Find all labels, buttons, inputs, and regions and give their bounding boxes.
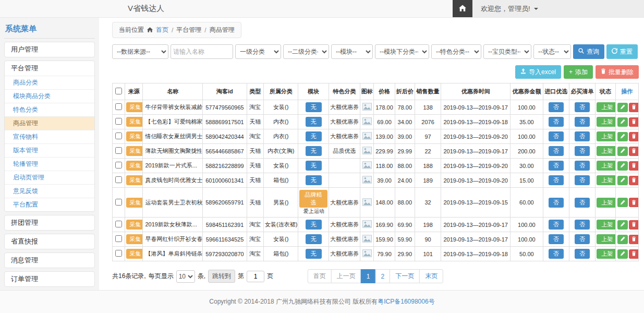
import-toggle-button[interactable]: 否 bbox=[549, 249, 564, 259]
import-toggle-button[interactable]: 否 bbox=[549, 146, 564, 156]
sidebar-item[interactable]: 省直快报 bbox=[5, 234, 94, 249]
status-button[interactable]: 上架 bbox=[597, 234, 615, 244]
delete-button[interactable] bbox=[629, 176, 639, 185]
must-buy-toggle-button[interactable]: 否 bbox=[575, 102, 590, 112]
user-menu[interactable]: 欢迎您，管理员! bbox=[472, 0, 546, 17]
sidebar-submenu-item[interactable]: 模块商品分类 bbox=[5, 89, 94, 103]
reset-button[interactable]: 重置 bbox=[606, 44, 638, 59]
name-search-input[interactable] bbox=[171, 44, 233, 59]
row-checkbox[interactable] bbox=[115, 235, 122, 242]
must-buy-toggle-button[interactable]: 否 bbox=[575, 220, 590, 230]
status-button[interactable]: 上架 bbox=[597, 161, 615, 171]
row-checkbox[interactable] bbox=[115, 162, 122, 168]
sidebar-item[interactable]: 消息管理 bbox=[5, 253, 94, 268]
edit-button[interactable] bbox=[617, 161, 628, 171]
status-button[interactable]: 上架 bbox=[597, 146, 615, 156]
page-number-button[interactable]: 1 bbox=[361, 269, 376, 283]
row-checkbox[interactable] bbox=[115, 221, 122, 227]
row-checkbox[interactable] bbox=[115, 103, 122, 110]
edit-button[interactable] bbox=[617, 147, 628, 156]
delete-button[interactable] bbox=[629, 161, 639, 171]
sidebar-submenu-item[interactable]: 平台配置 bbox=[5, 198, 94, 211]
data-source-select[interactable]: --数据来源-- bbox=[112, 44, 168, 59]
module-select[interactable]: --模块-- bbox=[331, 44, 373, 59]
last-page-button[interactable]: 末页 bbox=[419, 269, 443, 283]
must-buy-toggle-button[interactable]: 否 bbox=[575, 175, 590, 185]
edit-button[interactable] bbox=[617, 176, 628, 185]
breadcrumb-home-link[interactable]: 首页 bbox=[156, 26, 168, 34]
delete-button[interactable] bbox=[629, 220, 639, 230]
row-checkbox[interactable] bbox=[115, 250, 122, 257]
per-page-select[interactable]: 10 bbox=[176, 270, 195, 283]
feature-category-select[interactable]: --特色分类-- bbox=[431, 44, 481, 59]
import-toggle-button[interactable]: 否 bbox=[549, 102, 564, 112]
must-buy-toggle-button[interactable]: 否 bbox=[575, 161, 590, 171]
sidebar-submenu-item[interactable]: 商品分类 bbox=[5, 76, 94, 89]
status-button[interactable]: 上架 bbox=[597, 102, 615, 112]
sidebar-submenu-item[interactable]: 启动页管理 bbox=[5, 171, 94, 184]
sidebar-item[interactable]: 订单管理 bbox=[5, 272, 94, 286]
level2-category-select[interactable]: --二级分类-- bbox=[283, 44, 329, 59]
import-toggle-button[interactable]: 否 bbox=[549, 117, 564, 127]
must-buy-toggle-button[interactable]: 否 bbox=[575, 198, 590, 208]
status-select[interactable]: --状态-- bbox=[533, 44, 571, 59]
prev-page-button[interactable]: 上一页 bbox=[331, 269, 361, 283]
delete-button[interactable] bbox=[629, 147, 639, 156]
status-button[interactable]: 上架 bbox=[597, 220, 615, 230]
must-buy-toggle-button[interactable]: 否 bbox=[575, 249, 590, 259]
jump-button[interactable]: 跳转到 bbox=[208, 270, 235, 283]
sidebar-submenu-item[interactable]: 特色分类 bbox=[5, 103, 94, 116]
level1-category-select[interactable]: 一级分类 bbox=[235, 44, 281, 59]
edit-button[interactable] bbox=[617, 235, 628, 244]
page-number-input[interactable] bbox=[247, 271, 264, 282]
delete-button[interactable] bbox=[629, 132, 639, 141]
import-toggle-button[interactable]: 否 bbox=[549, 220, 564, 230]
import-toggle-button[interactable]: 否 bbox=[549, 175, 564, 185]
must-buy-toggle-button[interactable]: 否 bbox=[575, 117, 590, 127]
sidebar-submenu-item[interactable]: 商品管理 bbox=[5, 116, 94, 130]
add-button[interactable]: + 添加 bbox=[564, 65, 593, 79]
delete-button[interactable] bbox=[629, 235, 639, 244]
first-page-button[interactable]: 首页 bbox=[308, 269, 332, 283]
delete-button[interactable] bbox=[629, 249, 639, 259]
edit-button[interactable] bbox=[617, 220, 628, 230]
sidebar-submenu-item[interactable]: 意见反馈 bbox=[5, 184, 94, 198]
batch-delete-button[interactable]: 批量删除 bbox=[596, 65, 639, 79]
item-type-select[interactable]: --宝贝类型-- bbox=[483, 44, 531, 59]
page-number-button[interactable]: 2 bbox=[375, 269, 391, 283]
import-toggle-button[interactable]: 否 bbox=[549, 161, 564, 171]
next-page-button[interactable]: 下一页 bbox=[390, 269, 420, 283]
sidebar-item-platform-management[interactable]: 平台管理 bbox=[5, 61, 94, 76]
status-button[interactable]: 上架 bbox=[597, 117, 615, 127]
row-checkbox[interactable] bbox=[115, 147, 122, 154]
import-toggle-button[interactable]: 否 bbox=[549, 234, 564, 244]
sidebar-submenu-item[interactable]: 宣传物料 bbox=[5, 130, 94, 143]
row-checkbox[interactable] bbox=[115, 199, 122, 206]
sidebar-submenu-item[interactable]: 轮播管理 bbox=[5, 157, 94, 171]
icp-link[interactable]: 粤ICP备16098006号 bbox=[378, 298, 434, 305]
sidebar-item-user-management[interactable]: 用户管理 bbox=[5, 42, 94, 57]
row-checkbox[interactable] bbox=[115, 133, 122, 139]
sidebar-item[interactable]: 拼团管理 bbox=[5, 215, 94, 230]
status-button[interactable]: 上架 bbox=[597, 175, 615, 185]
select-all-checkbox[interactable] bbox=[115, 88, 122, 94]
status-button[interactable]: 上架 bbox=[597, 249, 615, 259]
edit-button[interactable] bbox=[617, 198, 628, 207]
delete-button[interactable] bbox=[629, 198, 639, 207]
import-excel-button[interactable]: 导入excel bbox=[515, 65, 561, 79]
import-toggle-button[interactable]: 否 bbox=[549, 198, 564, 208]
row-checkbox[interactable] bbox=[115, 118, 122, 125]
edit-button[interactable] bbox=[617, 249, 628, 259]
status-button[interactable]: 上架 bbox=[597, 198, 615, 208]
delete-button[interactable] bbox=[629, 103, 639, 112]
must-buy-toggle-button[interactable]: 否 bbox=[575, 131, 590, 141]
import-toggle-button[interactable]: 否 bbox=[549, 131, 564, 141]
delete-button[interactable] bbox=[629, 117, 639, 127]
must-buy-toggle-button[interactable]: 否 bbox=[575, 234, 590, 244]
row-checkbox[interactable] bbox=[115, 176, 122, 183]
search-button[interactable]: 查询 bbox=[573, 44, 604, 59]
edit-button[interactable] bbox=[617, 117, 628, 127]
module-subcategory-select[interactable]: --模块下分类-- bbox=[375, 44, 429, 59]
home-button[interactable] bbox=[453, 0, 472, 17]
must-buy-toggle-button[interactable]: 否 bbox=[575, 146, 590, 156]
